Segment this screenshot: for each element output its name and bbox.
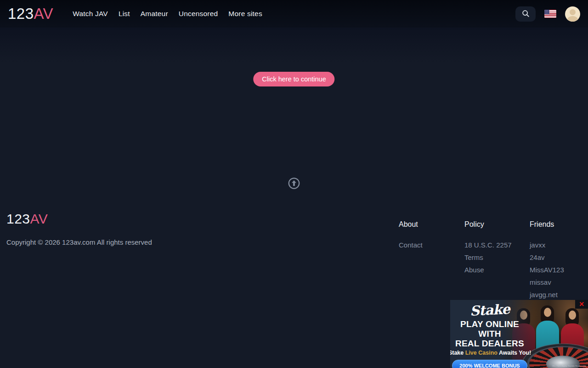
nav-link-list[interactable]: List [119,10,130,18]
footer-link-terms[interactable]: Terms [464,254,530,261]
column-title-friends: Friends [530,220,588,229]
footer-left: 123AV Copyright © 2026 123av.com All rig… [6,211,399,316]
back-to-top-button[interactable] [288,177,300,190]
nav-link-more-sites[interactable]: More sites [228,10,262,18]
continue-button[interactable]: Click here to continue [253,72,334,86]
ad-headline-line2: REAL DEALERS [450,339,529,348]
copyright-text: Copyright © 2026 123av.com All rights re… [6,238,399,246]
footer-logo[interactable]: 123AV [6,211,48,227]
user-avatar[interactable] [565,6,580,22]
ad-text-panel: Stake PLAY ONLINE WITH REAL DEALERS Stak… [450,300,529,368]
logo-text-av: AV [34,5,54,22]
stake-ad-banner[interactable]: Stake PLAY ONLINE WITH REAL DEALERS Stak… [450,300,588,368]
logo-text-123: 123 [8,5,34,22]
nav-link-watch-jav[interactable]: Watch JAV [73,10,108,18]
close-icon: ✕ [579,300,584,308]
footer-link-2257[interactable]: 18 U.S.C. 2257 [464,242,530,248]
column-title-about: About [399,220,464,229]
arrow-up-circle-icon [288,177,300,190]
nav-link-amateur[interactable]: Amateur [141,10,168,18]
site-logo[interactable]: 123AV [8,5,53,23]
navbar: 123AV Watch JAV List Amateur Uncensored … [0,0,588,28]
column-title-policy: Policy [464,220,530,229]
footer-link-missav123[interactable]: MissAV123 [530,266,588,273]
ad-headline: PLAY ONLINE WITH REAL DEALERS [450,319,529,348]
navbar-right [515,6,580,22]
ad-subline-highlight: Live Casino [465,350,498,356]
footer-link-24av[interactable]: 24av [530,254,588,261]
footer: 123AV Copyright © 2026 123av.com All rig… [0,205,588,316]
search-icon [521,9,530,19]
nav-link-uncensored[interactable]: Uncensored [179,10,218,18]
main-nav: Watch JAV List Amateur Uncensored More s… [73,10,262,18]
us-flag-icon[interactable] [544,10,556,18]
search-button[interactable] [515,6,536,22]
main-content: Click here to continue [0,28,588,205]
footer-logo-123: 123 [6,211,30,226]
ad-cta-button[interactable]: 200% WELCOME BONUS [452,360,527,368]
ad-close-button[interactable]: ✕ [575,300,588,309]
ad-headline-line1: PLAY ONLINE WITH [450,319,529,339]
footer-logo-av: AV [30,211,48,226]
stake-logo: Stake [469,301,510,319]
footer-link-contact[interactable]: Contact [399,242,464,248]
footer-link-abuse[interactable]: Abuse [464,266,530,273]
footer-link-javxx[interactable]: javxx [530,242,588,248]
ad-fine-print: 18+, T&Cs Apply, Gamble Responsibly [552,365,586,367]
ad-subline: Stake Live Casino Awaits You! [450,350,531,356]
footer-link-missav[interactable]: missav [530,279,588,286]
footer-link-javgg[interactable]: javgg.net [530,291,588,298]
